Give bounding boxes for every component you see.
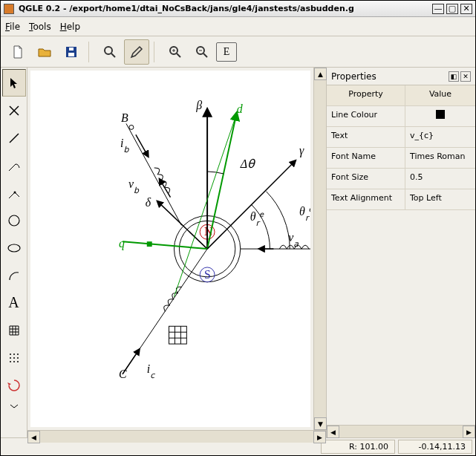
open-button[interactable] — [32, 39, 57, 65]
menu-help[interactable]: Help — [60, 22, 80, 32]
export-button[interactable]: E — [216, 42, 237, 62]
canvas-panel: N S β d γ δ — [27, 68, 326, 437]
font-name-value[interactable]: Times Roman — [405, 148, 475, 168]
svg-text:q: q — [119, 237, 125, 250]
save-icon — [64, 45, 79, 59]
window-title: QGLE 0.2 - /export/home1/dtai_NoCsBack/j… — [19, 4, 430, 13]
zoom-out-button[interactable] — [189, 39, 215, 65]
grid-icon — [7, 323, 22, 338]
properties-horizontal-scrollbar[interactable]: ◀ ▶ — [327, 425, 475, 437]
menu-file[interactable]: File — [5, 22, 20, 32]
arc-tool[interactable] — [2, 261, 26, 289]
svg-line-14 — [10, 134, 19, 143]
property-row: Font Name Times Roman — [327, 148, 475, 169]
svg-point-3 — [105, 47, 112, 54]
svg-line-16 — [9, 192, 15, 198]
svg-text:γ: γ — [299, 144, 304, 157]
property-row: Font Size 0.5 — [327, 169, 475, 189]
circle-tool[interactable] — [2, 206, 26, 234]
svg-point-70 — [129, 125, 134, 129]
tool-palette: A — [1, 68, 27, 437]
new-file-button[interactable] — [5, 39, 30, 65]
svg-text:ic: ic — [147, 362, 155, 380]
text-value[interactable]: v_{c} — [405, 127, 475, 147]
prop-scroll-right-button[interactable]: ▶ — [463, 426, 475, 438]
line-icon — [7, 131, 22, 146]
properties-dock-button[interactable]: ◧ — [449, 71, 459, 82]
property-row: Line Colour — [327, 106, 475, 127]
svg-line-10 — [203, 53, 207, 57]
new-file-icon — [10, 45, 25, 59]
svg-text:ib: ib — [120, 137, 129, 154]
ellipse-icon — [7, 241, 22, 255]
canvas-vertical-scrollbar[interactable]: ▲ ▼ — [313, 68, 326, 430]
font-size-value[interactable]: 0.5 — [405, 169, 475, 189]
svg-rect-1 — [68, 53, 74, 56]
circle-icon — [7, 213, 22, 228]
maximize-button[interactable]: ▢ — [446, 4, 458, 14]
svg-point-18 — [13, 191, 16, 193]
menu-tools[interactable]: Tools — [29, 22, 51, 32]
svg-text:θrest: θrest — [299, 205, 310, 223]
svg-text:β: β — [195, 99, 202, 112]
chevron-down-icon — [7, 399, 22, 414]
line-colour-swatch — [436, 110, 445, 119]
zoom-button[interactable] — [97, 39, 123, 65]
svg-point-35 — [10, 361, 11, 362]
prop-scroll-left-button[interactable]: ◀ — [327, 426, 339, 438]
perp-line-icon — [7, 186, 22, 201]
svg-point-20 — [8, 244, 20, 252]
svg-line-68 — [126, 123, 181, 225]
properties-header-value: Value — [405, 85, 475, 105]
perp-line-tool[interactable] — [2, 179, 26, 206]
pointer-icon — [7, 76, 22, 91]
svg-rect-54 — [147, 241, 152, 247]
svg-line-53 — [123, 241, 207, 249]
canvas[interactable]: N S β d γ δ — [30, 71, 310, 427]
osnap-icon — [7, 378, 22, 393]
pointer-tool[interactable] — [2, 69, 26, 97]
text-tool[interactable]: A — [2, 289, 26, 316]
pencil-icon — [129, 45, 144, 59]
osnap-tool[interactable] — [2, 371, 26, 399]
svg-text:C: C — [119, 368, 127, 380]
svg-point-30 — [13, 354, 15, 355]
scroll-up-button[interactable]: ▲ — [314, 68, 327, 80]
snap-grid-icon — [7, 351, 22, 365]
save-button[interactable] — [59, 39, 84, 65]
scroll-right-button[interactable]: ▶ — [313, 431, 326, 443]
arc-icon — [7, 268, 22, 283]
scroll-down-button[interactable]: ▼ — [314, 417, 327, 430]
snap-grid-tool[interactable] — [2, 344, 26, 371]
line-tool[interactable] — [2, 124, 26, 152]
zoom-in-button[interactable] — [163, 39, 188, 65]
menu-bar: File Tools Help — [1, 17, 475, 36]
grid-tool[interactable] — [2, 316, 26, 344]
edit-mode-button[interactable] — [124, 39, 149, 65]
scroll-left-button[interactable]: ◀ — [27, 431, 40, 443]
svg-text:B: B — [121, 111, 128, 124]
status-zoom: R: 101.00 — [321, 440, 395, 454]
properties-title: Properties — [331, 71, 376, 82]
properties-close-button[interactable]: ✕ — [460, 71, 471, 82]
toolbar: E — [1, 36, 475, 68]
ellipse-tool[interactable] — [2, 234, 26, 261]
svg-line-6 — [177, 53, 180, 57]
svg-marker-38 — [7, 382, 11, 385]
svg-point-19 — [9, 215, 19, 226]
zoom-in-icon — [168, 45, 183, 59]
canvas-horizontal-scrollbar[interactable]: ◀ ▶ — [27, 430, 326, 443]
svg-line-51 — [157, 201, 207, 249]
svg-point-29 — [10, 354, 11, 355]
tangent-line-tool[interactable] — [2, 152, 26, 179]
palette-expand[interactable] — [2, 399, 26, 414]
svg-line-47 — [207, 113, 237, 250]
cross-tool[interactable] — [2, 97, 26, 124]
text-alignment-value[interactable]: Top Left — [405, 189, 475, 209]
property-row: Text v_{c} — [327, 127, 475, 148]
close-button[interactable]: ✕ — [460, 4, 472, 14]
line-colour-value[interactable] — [405, 106, 475, 126]
svg-line-15 — [9, 164, 16, 171]
svg-point-33 — [13, 357, 15, 359]
minimize-button[interactable]: — — [432, 4, 444, 14]
